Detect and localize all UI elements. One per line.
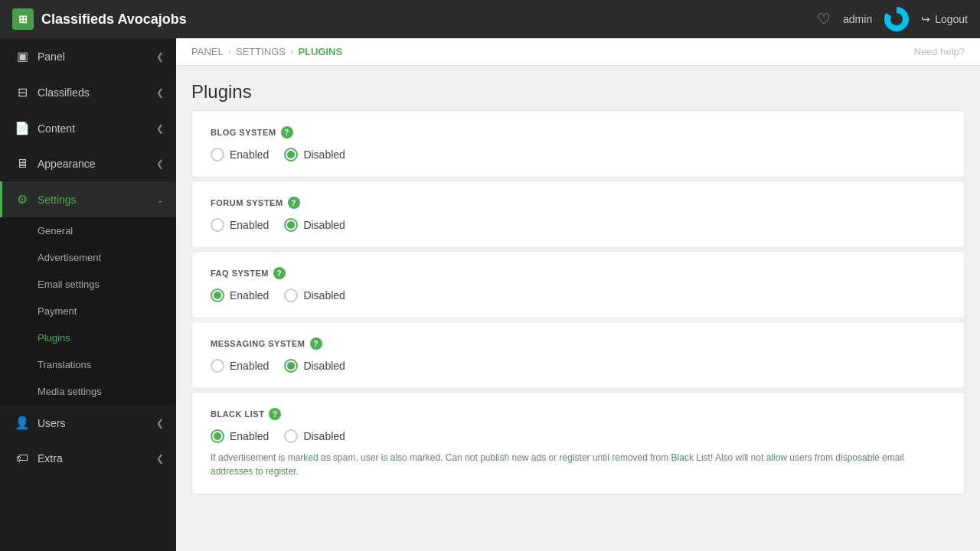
app-logo: ⊞ Classifieds Avocajobs [12, 8, 817, 30]
plugin-blog-system: BLOG SYSTEM ? Enabled Disabled [191, 110, 965, 178]
submenu-payment[interactable]: Payment [0, 298, 176, 324]
main-layout: ▣Panel ❮ ⊟Classifieds ❮ 📄Content ❮ 🖥Appe… [0, 38, 980, 551]
sidebar-item-content[interactable]: 📄Content ❮ [0, 110, 176, 146]
breadcrumb-plugins: PLUGINS [298, 46, 342, 57]
forum-enabled-radio[interactable] [211, 218, 224, 232]
breadcrumb-panel[interactable]: PANEL [191, 46, 224, 57]
settings-submenu: General Advertisement Email settings Pay… [0, 217, 176, 405]
sidebar-item-panel[interactable]: ▣Panel ❮ [0, 38, 176, 74]
blacklist-help-icon[interactable]: ? [269, 408, 281, 420]
sidebar-item-appearance[interactable]: 🖥Appearance ❮ [0, 146, 176, 181]
messaging-radio-group: Enabled Disabled [211, 359, 946, 373]
classifieds-icon: ⊟ [15, 85, 30, 99]
breadcrumb: PANEL › SETTINGS › PLUGINS [191, 46, 342, 57]
appearance-chevron-icon: ❮ [156, 158, 164, 169]
plugin-forum-system: FORUM SYSTEM ? Enabled Disabled [191, 181, 965, 248]
submenu-plugins[interactable]: Plugins [0, 324, 176, 351]
forum-enabled-option[interactable]: Enabled [211, 218, 269, 232]
submenu-advertisement[interactable]: Advertisement [0, 244, 176, 271]
content-body: BLOG SYSTEM ? Enabled Disabled [176, 110, 980, 513]
sidebar-label-extra: Extra [38, 452, 63, 465]
settings-icon: ⚙ [15, 192, 30, 207]
top-nav-right: ♡ admin ↪ Logout [817, 7, 968, 31]
power-icon[interactable] [884, 7, 909, 31]
submenu-email-settings[interactable]: Email settings [0, 271, 176, 298]
sidebar-item-classifieds[interactable]: ⊟Classifieds ❮ [0, 74, 176, 110]
page-title: Plugins [176, 66, 980, 110]
black-list-label: BLACK LIST ? [211, 408, 946, 420]
appearance-icon: 🖥 [15, 157, 30, 171]
blog-radio-group: Enabled Disabled [211, 148, 946, 161]
sidebar-item-extra[interactable]: 🏷Extra ❮ [0, 441, 176, 476]
logout-button[interactable]: ↪ Logout [921, 13, 968, 25]
messaging-enabled-option[interactable]: Enabled [211, 359, 269, 373]
sidebar-item-settings[interactable]: ⚙Settings ⌄ [0, 181, 176, 217]
messaging-system-label: MESSAGING SYSTEM ? [211, 337, 946, 350]
forum-radio-group: Enabled Disabled [211, 218, 946, 232]
logout-arrow-icon: ↪ [921, 13, 930, 25]
sidebar-label-content: Content [38, 122, 75, 135]
messaging-disabled-option[interactable]: Disabled [284, 359, 345, 373]
settings-chevron-icon: ⌄ [156, 194, 164, 205]
blacklist-info-text: If advertisement is marked as spam, user… [211, 451, 946, 478]
extra-icon: 🏷 [15, 452, 30, 465]
logo-icon: ⊞ [12, 8, 34, 30]
blog-help-icon[interactable]: ? [281, 126, 293, 139]
extra-chevron-icon: ❮ [156, 453, 164, 464]
users-icon: 👤 [15, 416, 30, 430]
submenu-media-settings[interactable]: Media settings [0, 378, 176, 405]
blog-disabled-radio[interactable] [284, 148, 298, 161]
submenu-translations[interactable]: Translations [0, 351, 176, 378]
messaging-help-icon[interactable]: ? [310, 337, 322, 350]
classifieds-chevron-icon: ❮ [156, 87, 164, 98]
app-title: Classifieds Avocajobs [41, 11, 187, 28]
faq-help-icon[interactable]: ? [273, 267, 286, 279]
plugin-black-list: BLACK LIST ? Enabled Disabled If adverti… [191, 392, 965, 494]
faq-enabled-option[interactable]: Enabled [211, 289, 269, 302]
need-help-link[interactable]: Need help? [914, 46, 965, 57]
messaging-disabled-radio[interactable] [284, 359, 298, 373]
top-navigation: ⊞ Classifieds Avocajobs ♡ admin ↪ Logout [0, 0, 980, 38]
content-header: PANEL › SETTINGS › PLUGINS Need help? [176, 38, 980, 66]
admin-label: admin [843, 13, 872, 25]
content-chevron-icon: ❮ [156, 123, 164, 134]
blacklist-disabled-radio[interactable] [284, 429, 298, 443]
panel-icon: ▣ [15, 49, 30, 64]
blacklist-enabled-radio[interactable] [211, 429, 224, 443]
blog-enabled-radio[interactable] [211, 148, 224, 161]
faq-enabled-radio[interactable] [211, 289, 224, 302]
content-area: PANEL › SETTINGS › PLUGINS Need help? Pl… [176, 38, 980, 551]
forum-disabled-radio[interactable] [284, 218, 298, 232]
breadcrumb-sep-2: › [290, 46, 293, 57]
blacklist-disabled-option[interactable]: Disabled [284, 429, 345, 443]
forum-system-label: FORUM SYSTEM ? [211, 197, 946, 209]
faq-disabled-radio[interactable] [284, 289, 298, 302]
sidebar-label-users: Users [38, 417, 66, 429]
plugin-faq-system: FAQ SYSTEM ? Enabled Disabled [191, 251, 965, 318]
sidebar: ▣Panel ❮ ⊟Classifieds ❮ 📄Content ❮ 🖥Appe… [0, 38, 176, 551]
blacklist-radio-group: Enabled Disabled [211, 429, 946, 443]
sidebar-label-panel: Panel [38, 51, 65, 63]
sidebar-label-classifieds: Classifieds [38, 86, 90, 99]
faq-radio-group: Enabled Disabled [211, 289, 946, 302]
forum-disabled-option[interactable]: Disabled [284, 218, 345, 232]
forum-help-icon[interactable]: ? [288, 197, 300, 209]
plugin-messaging-system: MESSAGING SYSTEM ? Enabled Disabled [191, 321, 965, 389]
heart-icon[interactable]: ♡ [817, 10, 831, 28]
breadcrumb-settings[interactable]: SETTINGS [236, 46, 286, 57]
breadcrumb-sep-1: › [228, 46, 231, 57]
blog-system-label: BLOG SYSTEM ? [211, 126, 946, 139]
submenu-general[interactable]: General [0, 217, 176, 244]
sidebar-label-appearance: Appearance [38, 158, 96, 170]
blacklist-enabled-option[interactable]: Enabled [211, 429, 269, 443]
content-icon: 📄 [15, 121, 30, 135]
faq-system-label: FAQ SYSTEM ? [211, 267, 946, 279]
sidebar-label-settings: Settings [38, 194, 77, 206]
sidebar-item-users[interactable]: 👤Users ❮ [0, 405, 176, 441]
blog-enabled-option[interactable]: Enabled [211, 148, 269, 161]
blog-disabled-option[interactable]: Disabled [284, 148, 345, 161]
faq-disabled-option[interactable]: Disabled [284, 289, 345, 302]
panel-chevron-icon: ❮ [156, 51, 164, 62]
messaging-enabled-radio[interactable] [211, 359, 224, 373]
users-chevron-icon: ❮ [156, 418, 164, 429]
